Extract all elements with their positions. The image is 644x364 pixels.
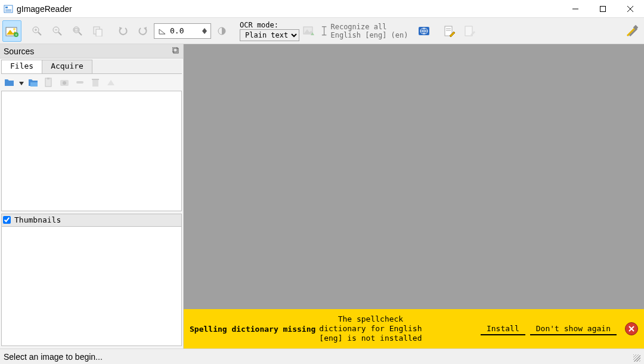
notice-message: The spellcheck dictionary for English [e…	[319, 314, 422, 344]
svg-rect-24	[96, 29, 102, 36]
zoom-fit-button[interactable]	[68, 20, 87, 42]
edit-text-button[interactable]	[439, 20, 459, 42]
svg-rect-54	[76, 81, 83, 84]
rotation-input[interactable]: 0.0	[154, 23, 211, 39]
rotate-left-button[interactable]	[113, 20, 132, 42]
svg-point-13	[33, 27, 39, 33]
svg-rect-23	[94, 27, 100, 34]
image-canvas-area: Spelling dictionary missing The spellche…	[184, 44, 644, 348]
rotation-value: 0.0	[170, 26, 184, 35]
thumbnails-checkbox[interactable]	[3, 216, 11, 224]
files-toolbar	[0, 74, 183, 91]
svg-rect-47	[172, 47, 177, 52]
sources-tabs: Files Acquire	[1, 60, 182, 74]
svg-rect-1	[5, 7, 8, 8]
svg-rect-45	[633, 24, 638, 29]
main-toolbar: + 0.0 OCR mode: Plain text ┬ Recognize a…	[0, 18, 644, 44]
recognize-language-label: English [eng] (en)	[330, 31, 408, 39]
svg-marker-9	[7, 30, 17, 35]
svg-marker-32	[304, 29, 312, 33]
statusbar-text: Select an image to begin...	[4, 352, 103, 362]
app-icon	[4, 4, 13, 14]
files-list[interactable]	[1, 91, 182, 211]
spinner-icon[interactable]	[202, 28, 207, 34]
svg-line-6	[627, 6, 633, 12]
svg-rect-22	[75, 29, 78, 31]
spellcheck-notice: Spelling dictionary missing The spellche…	[184, 309, 644, 348]
language-globe-button[interactable]	[414, 20, 434, 42]
svg-rect-50	[45, 78, 51, 87]
svg-point-20	[73, 27, 79, 33]
svg-rect-41	[465, 26, 472, 36]
ocr-mode-block: OCR mode: Plain text	[240, 19, 299, 43]
sources-panel-header: Sources	[0, 44, 183, 58]
svg-rect-55	[92, 79, 99, 80]
titlebar: gImageReader	[0, 0, 644, 18]
svg-rect-3	[5, 11, 11, 11]
svg-marker-29	[202, 31, 207, 34]
svg-line-14	[38, 32, 41, 35]
thumbnails-list[interactable]	[1, 227, 182, 347]
svg-point-53	[63, 81, 66, 85]
svg-marker-42	[470, 31, 475, 36]
screenshot-button[interactable]	[58, 76, 70, 88]
svg-rect-8	[6, 27, 17, 36]
window-close-button[interactable]	[617, 0, 644, 18]
clear-text-button[interactable]	[460, 20, 479, 42]
open-folder-button[interactable]	[27, 76, 39, 88]
image-canvas[interactable]	[184, 44, 644, 309]
sources-panel: Sources Files Acquire Thumbnails	[0, 44, 184, 348]
zoom-in-button[interactable]	[27, 20, 47, 42]
svg-point-17	[53, 27, 59, 33]
preferences-button[interactable]	[623, 20, 642, 42]
svg-rect-52	[60, 80, 69, 86]
svg-point-35	[420, 28, 428, 34]
svg-rect-2	[5, 10, 11, 10]
svg-line-44	[630, 29, 637, 36]
svg-marker-40	[450, 32, 455, 37]
tab-acquire[interactable]: Acquire	[42, 60, 92, 73]
panel-undock-button[interactable]	[172, 47, 179, 56]
sources-panel-title: Sources	[4, 47, 34, 56]
svg-line-43	[627, 29, 634, 36]
dont-show-again-button[interactable]: Don't show again	[530, 323, 617, 335]
svg-rect-46	[174, 48, 178, 53]
notice-close-button[interactable]	[625, 322, 638, 335]
clear-sources-button[interactable]	[105, 76, 117, 88]
recognize-language-block[interactable]: ┬ Recognize all ┴ English [eng] (en)	[322, 19, 408, 43]
zoom-original-button[interactable]	[88, 20, 107, 42]
rotate-right-button[interactable]	[134, 20, 153, 42]
open-file-button[interactable]	[4, 76, 16, 88]
notice-title: Spelling dictionary missing	[190, 325, 315, 334]
thumbnails-header[interactable]: Thumbnails	[1, 214, 182, 227]
svg-rect-34	[419, 27, 429, 35]
statusbar: Select an image to begin...	[0, 348, 644, 364]
svg-point-30	[218, 27, 225, 35]
brightness-contrast-button[interactable]	[212, 20, 231, 42]
window-minimize-button[interactable]	[562, 0, 589, 18]
angle-icon	[158, 27, 166, 35]
svg-rect-51	[47, 78, 49, 79]
svg-marker-33	[311, 32, 314, 35]
svg-point-10	[13, 28, 16, 30]
paste-image-button[interactable]	[43, 76, 55, 88]
recognize-all-label: Recognize all	[330, 23, 386, 31]
tab-files[interactable]: Files	[1, 60, 42, 73]
svg-text:+: +	[15, 32, 18, 37]
svg-marker-56	[107, 80, 114, 85]
zoom-out-button[interactable]	[48, 20, 67, 42]
remove-source-button[interactable]	[74, 76, 86, 88]
toggle-sources-button[interactable]: +	[2, 20, 21, 42]
delete-source-button[interactable]	[89, 76, 101, 88]
resize-grip-icon[interactable]	[631, 352, 640, 362]
open-dropdown-icon[interactable]	[19, 78, 24, 87]
install-dictionary-button[interactable]: Install	[481, 323, 525, 335]
thumbnails-label: Thumbnails	[14, 215, 61, 224]
svg-line-57	[629, 326, 634, 331]
svg-marker-28	[202, 28, 207, 31]
window-title: gImageReader	[17, 4, 72, 14]
recognize-button[interactable]	[301, 20, 317, 42]
svg-rect-5	[600, 6, 606, 11]
ocr-mode-select[interactable]: Plain text	[240, 29, 299, 41]
window-maximize-button[interactable]	[589, 0, 617, 18]
